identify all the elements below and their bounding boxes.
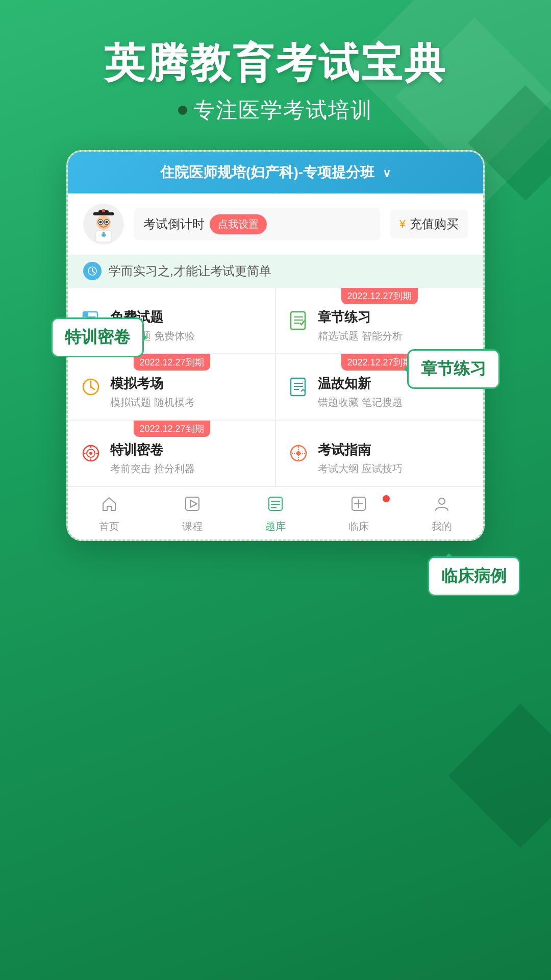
header-section: 英腾教育考试宝典 专注医学考试培训 [0, 0, 551, 140]
mine-icon [433, 495, 450, 517]
menu-item-chapter-practice[interactable]: 2022.12.27到期 章节练习 精选试题 智能分析 [276, 288, 483, 353]
bottom-navigation: 首页 课程 [68, 486, 483, 540]
svg-point-27 [90, 386, 92, 388]
clinical-icon [350, 495, 367, 517]
app-title: 英腾教育考试宝典 [31, 41, 520, 86]
mine-label: 我的 [432, 520, 452, 533]
app-header-bar: 住院医师规培(妇产科)-专项提分班 ∨ [68, 152, 483, 193]
countdown-label: 考试倒计时 [143, 216, 205, 232]
special-exam-text: 特训密卷 考前突击 抢分利器 [110, 441, 195, 476]
nav-course[interactable]: 课程 [151, 495, 234, 533]
menu-item-special-exam[interactable]: 2022.12.27到期 特训 [68, 421, 275, 486]
questions-icon [267, 495, 284, 517]
svg-point-52 [439, 498, 445, 504]
countdown-set-button[interactable]: 点我设置 [210, 214, 267, 234]
review-text: 温故知新 错题收藏 笔记搜题 [318, 375, 403, 409]
home-icon [101, 495, 118, 517]
course-icon [184, 495, 201, 517]
exam-countdown-section: 考试倒计时 点我设置 [134, 208, 380, 240]
chapter-practice-text: 章节练习 精选试题 智能分析 [318, 308, 403, 343]
special-exam-icon [79, 441, 103, 465]
recharge-button[interactable]: ¥ 充值购买 [390, 210, 468, 238]
callout-clinical: 临床病例 [428, 556, 520, 596]
svg-rect-2 [102, 209, 105, 212]
clock-icon [83, 262, 102, 280]
nav-home[interactable]: 首页 [68, 495, 151, 533]
dropdown-icon[interactable]: ∨ [383, 167, 391, 180]
callout-chapter: 章节练习 [407, 349, 500, 389]
review-icon [286, 375, 311, 399]
special-badge: 2022.12.27到期 [133, 421, 210, 437]
mock-exam-text: 模拟考场 模拟试题 随机模考 [110, 375, 195, 409]
chapter-practice-icon [286, 308, 311, 333]
motto-bar: 学而实习之,才能让考试更简单 [68, 255, 483, 287]
course-title: 住院医师规培(妇产科)-专项提分班 ∨ [83, 163, 468, 182]
home-label: 首页 [99, 520, 119, 533]
money-icon: ¥ [399, 217, 406, 231]
nav-mine[interactable]: 我的 [400, 495, 483, 533]
svg-point-7 [106, 221, 108, 224]
avatar [83, 204, 124, 244]
phone-mockup: 章节练习 特训密卷 住院医师规培(妇产科)-专项提分班 ∨ [66, 150, 485, 541]
user-info-bar: 考试倒计时 点我设置 ¥ 充值购买 [68, 193, 483, 255]
clinical-label: 临床 [348, 520, 369, 533]
app-subtitle: 专注医学考试培训 [31, 96, 520, 125]
menu-item-mock-exam[interactable]: 2022.12.27到期 模拟考场 模拟试题 随机模考 [68, 354, 275, 420]
nav-questions[interactable]: 题库 [234, 495, 317, 533]
mock-exam-icon [79, 375, 103, 399]
dot-icon [178, 106, 187, 115]
exam-guide-text: 考试指南 考试大纲 应试技巧 [318, 441, 403, 476]
questions-label: 题库 [265, 520, 286, 533]
svg-point-34 [89, 452, 92, 455]
callout-special: 特训密卷 [51, 317, 144, 357]
course-label: 课程 [182, 520, 203, 533]
svg-point-6 [99, 221, 102, 224]
svg-point-42 [296, 451, 300, 455]
menu-item-exam-guide[interactable]: 考试指南 考试大纲 应试技巧 [276, 421, 483, 486]
svg-rect-19 [83, 312, 88, 317]
nav-clinical[interactable]: 临床 [317, 495, 400, 533]
mock-badge: 2022.12.27到期 [133, 354, 210, 371]
exam-guide-icon [286, 441, 311, 465]
svg-line-14 [92, 271, 94, 273]
svg-marker-44 [190, 500, 197, 507]
svg-rect-11 [102, 234, 106, 236]
clinical-notification-dot [383, 495, 390, 502]
bottom-callout-section: 临床病例 [0, 541, 551, 617]
motto-text: 学而实习之,才能让考试更简单 [109, 263, 271, 279]
chapter-badge: 2022.12.27到期 [341, 288, 417, 304]
